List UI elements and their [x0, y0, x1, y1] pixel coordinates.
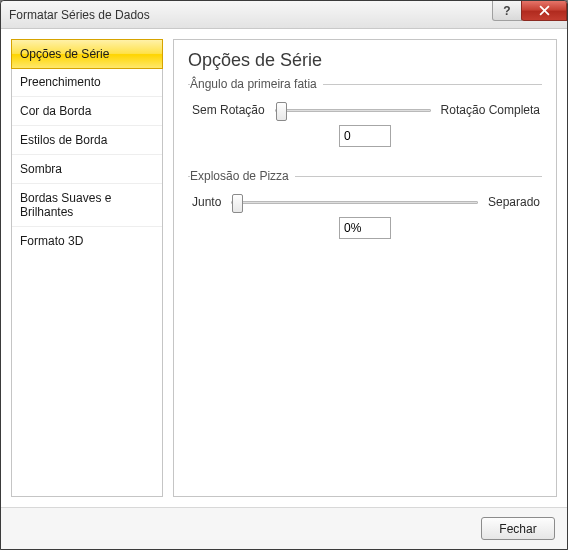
group-legend-explosion: Explosão de Pizza — [190, 169, 295, 183]
help-icon: ? — [503, 4, 510, 18]
nav-item-0[interactable]: Opções de Série — [11, 39, 163, 69]
content-panel: Opções de Série Ângulo da primeira fatia… — [173, 39, 557, 497]
nav-item-3[interactable]: Estilos de Borda — [12, 126, 162, 155]
close-dialog-button[interactable]: Fechar — [481, 517, 555, 540]
close-icon — [539, 5, 550, 16]
window-title: Formatar Séries de Dados — [9, 8, 150, 22]
window-controls: ? — [493, 1, 567, 21]
dialog-body: Opções de SériePreenchimentoCor da Borda… — [1, 29, 567, 507]
close-button[interactable] — [521, 1, 567, 21]
nav-item-5[interactable]: Bordas Suaves e Brilhantes — [12, 184, 162, 227]
category-nav: Opções de SériePreenchimentoCor da Borda… — [11, 39, 163, 497]
nav-item-1[interactable]: Preenchimento — [12, 68, 162, 97]
explosion-min-label: Junto — [192, 195, 221, 209]
explosion-max-label: Separado — [488, 195, 540, 209]
group-legend-angle: Ângulo da primeira fatia — [190, 77, 323, 91]
nav-item-4[interactable]: Sombra — [12, 155, 162, 184]
explosion-value-input[interactable] — [339, 217, 391, 239]
titlebar[interactable]: Formatar Séries de Dados ? — [1, 1, 567, 29]
nav-item-6[interactable]: Formato 3D — [12, 227, 162, 255]
angle-value-input[interactable] — [339, 125, 391, 147]
angle-max-label: Rotação Completa — [441, 103, 540, 117]
group-pie-explosion: Explosão de Pizza Junto Separado — [188, 169, 542, 255]
slider-row-explosion: Junto Separado — [192, 195, 540, 209]
angle-min-label: Sem Rotação — [192, 103, 265, 117]
slider-row-angle: Sem Rotação Rotação Completa — [192, 103, 540, 117]
dialog-window: Formatar Séries de Dados ? Opções de Sér… — [0, 0, 568, 550]
content-heading: Opções de Série — [188, 50, 542, 71]
angle-slider-thumb[interactable] — [276, 102, 287, 121]
help-button[interactable]: ? — [492, 1, 522, 21]
explosion-slider-thumb[interactable] — [232, 194, 243, 213]
angle-slider[interactable] — [275, 109, 431, 112]
explosion-slider[interactable] — [231, 201, 478, 204]
nav-item-2[interactable]: Cor da Borda — [12, 97, 162, 126]
dialog-footer: Fechar — [1, 507, 567, 549]
group-first-slice-angle: Ângulo da primeira fatia Sem Rotação Rot… — [188, 77, 542, 163]
